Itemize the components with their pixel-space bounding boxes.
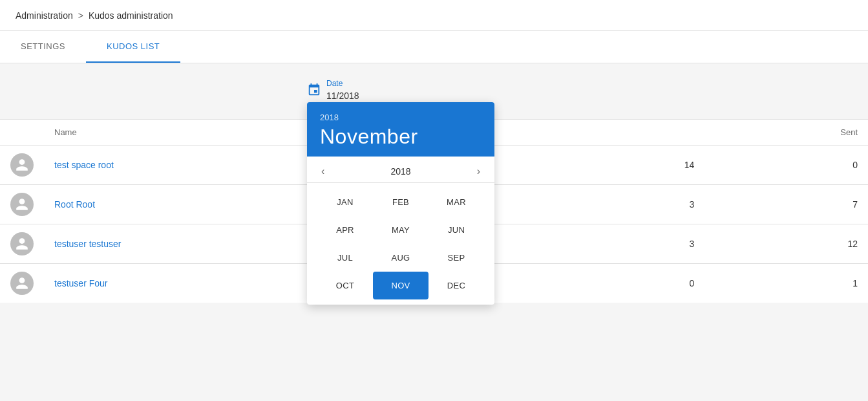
calendar-nav-year: 2018 — [390, 166, 410, 177]
breadcrumb-current: Kudos administration — [89, 10, 173, 21]
calendar-month-cell[interactable]: DEC — [429, 272, 484, 299]
user-name-link[interactable]: testuser testuser — [54, 239, 122, 249]
date-field-group: Date — [326, 79, 404, 103]
avatar — [10, 193, 34, 216]
user-name-link[interactable]: Root Root — [54, 199, 95, 210]
avatar-cell — [0, 146, 44, 185]
calendar-next-btn[interactable]: › — [473, 163, 484, 180]
calendar-months-grid: JANFEBMARAPRMAYJUNJULAUGSEPOCTNOVDEC — [307, 183, 494, 305]
calendar-month-cell[interactable]: MAY — [373, 216, 429, 244]
tab-settings[interactable]: SETTINGS — [0, 31, 86, 63]
calendar-header: 2018 November — [307, 102, 494, 157]
calendar-month-cell[interactable]: JAN — [317, 188, 373, 216]
calendar-month-cell[interactable]: APR — [317, 216, 373, 244]
calendar-month-cell[interactable]: JUN — [429, 216, 484, 244]
breadcrumb-root[interactable]: Administration — [16, 10, 73, 21]
tabs-bar: SETTINGS KUDOS LIST — [0, 31, 868, 63]
calendar-month: November — [320, 125, 482, 149]
avatar-cell — [0, 185, 44, 224]
avatar-cell — [0, 264, 44, 303]
calendar-month-cell[interactable]: MAR — [429, 188, 484, 216]
calendar-month-cell[interactable]: AUG — [373, 244, 429, 272]
col-avatar-header — [0, 120, 44, 146]
sent-cell: 1 — [704, 264, 868, 303]
calendar-icon[interactable] — [307, 83, 321, 100]
calendar-year: 2018 — [320, 113, 482, 122]
calendar-overlay: 2018 November ‹ 2018 › JANFEBMARAPRMAYJU… — [307, 102, 494, 305]
calendar-prev-btn[interactable]: ‹ — [317, 163, 328, 180]
breadcrumb: Administration > Kudos administration — [0, 0, 868, 31]
sent-cell: 7 — [704, 185, 868, 224]
calendar-nav: ‹ 2018 › — [307, 157, 494, 183]
calendar-month-cell[interactable]: SEP — [429, 244, 484, 272]
date-label: Date — [326, 79, 404, 88]
main-content: Date Name Received — [0, 63, 868, 400]
date-input-wrapper: Date — [307, 79, 404, 103]
avatar — [10, 272, 34, 295]
sent-cell: 0 — [704, 146, 868, 185]
avatar — [10, 153, 34, 177]
date-input[interactable] — [326, 89, 404, 103]
avatar — [10, 232, 34, 255]
calendar-month-cell[interactable]: NOV — [373, 272, 429, 299]
avatar-cell — [0, 224, 44, 264]
user-name-link[interactable]: testuser Four — [54, 278, 107, 288]
calendar-month-cell[interactable]: FEB — [373, 188, 429, 216]
calendar-month-cell[interactable]: JUL — [317, 244, 373, 272]
col-sent-header[interactable]: Sent — [704, 120, 868, 146]
sent-cell: 12 — [704, 224, 868, 264]
user-name-link[interactable]: test space root — [54, 160, 114, 170]
calendar-month-cell[interactable]: OCT — [317, 272, 373, 299]
tab-kudos-list[interactable]: KUDOS LIST — [86, 31, 180, 63]
breadcrumb-separator: > — [78, 10, 83, 21]
